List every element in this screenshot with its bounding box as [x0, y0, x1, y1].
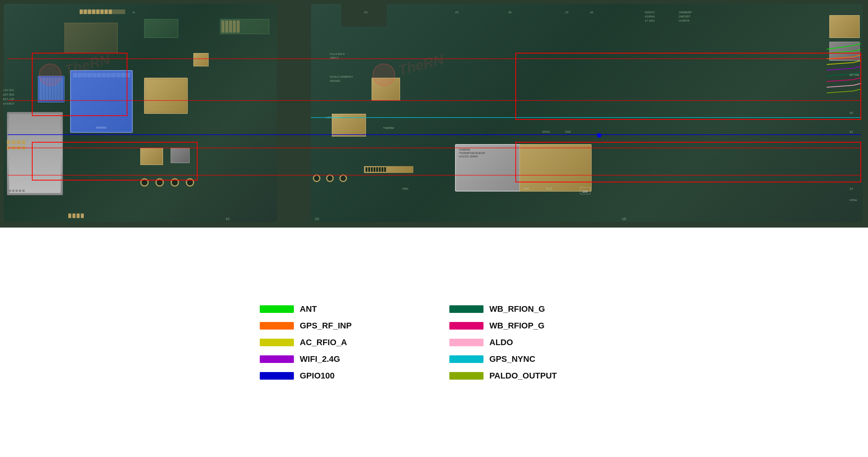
- connector-area-1: [64, 23, 118, 53]
- legend-grid: ANT WB_RFION_G GPS_RF_INP WB_RFIOP_G AC_…: [260, 304, 609, 381]
- legend-label-wb-rfiop-g: WB_RFIOP_G: [490, 321, 545, 331]
- board-container: A000001: [0, 0, 868, 228]
- legend-swatch-gpio100: [260, 372, 294, 380]
- legend-item-ac-rfio-a: AC_RFIO_A: [260, 338, 419, 347]
- solder-pad-r2: [326, 174, 334, 182]
- solder-pad-1: [140, 178, 149, 187]
- legend-swatch-wifi-2-4g: [260, 355, 294, 363]
- legend-item-wifi-2-4g: WIFI_2.4G: [260, 354, 419, 364]
- bottom-connector-left: [68, 214, 87, 218]
- solder-pad-4: [186, 178, 194, 187]
- soc-chip: A000001: [70, 70, 133, 133]
- connector-pads-left: [7, 140, 25, 149]
- solder-pad-r3: [339, 174, 347, 182]
- pcb-left-board: A000001: [4, 4, 277, 222]
- legend-area: ANT WB_RFION_G GPS_RF_INP WB_RFIOP_G AC_…: [0, 228, 868, 457]
- legend-item-paldo-output: PALDO_OUTPUT: [449, 371, 609, 381]
- legend-label-ant: ANT: [300, 304, 317, 314]
- solder-pad-3: [171, 178, 179, 187]
- legend-label-ac-rfio-a: AC_RFIO_A: [300, 338, 347, 347]
- legend-item-gpio100: GPIO100: [260, 371, 419, 381]
- component-chip-rl2: [372, 78, 400, 101]
- sim-card-tray: [7, 112, 63, 195]
- pcb-right-board: 1548RAE THGBMFG8C4LB41R UO2152 JAPAN LDM…: [311, 4, 863, 222]
- small-chip-1: [140, 148, 163, 165]
- main-blue-chip: [38, 76, 64, 102]
- legend-label-gps-rf-inp: GPS_RF_INP: [300, 321, 352, 331]
- legend-item-wb-rfion-g: WB_RFION_G: [449, 304, 609, 314]
- legend-swatch-gps-nync: [449, 355, 483, 363]
- ldm-label: LDM8663-4: [326, 116, 342, 119]
- legend-item-gps-rf-inp: GPS_RF_INP: [260, 321, 419, 331]
- legend-label-aldo: ALDO: [490, 338, 513, 347]
- small-chip-2: [171, 148, 190, 163]
- legend-label-gps-nync: GPS_NYNC: [490, 354, 535, 364]
- legend-swatch-ac-rfio-a: [260, 339, 294, 346]
- legend-label-paldo-output: PALDO_OUTPUT: [490, 371, 557, 381]
- legend-swatch-ant: [260, 305, 294, 313]
- small-chip-3: [193, 53, 209, 66]
- solder-pad-2: [155, 178, 164, 187]
- legend-item-aldo: ALDO: [449, 338, 609, 347]
- legend-item-gps-nync: GPS_NYNC: [449, 354, 609, 364]
- corner-chip-tr: [829, 15, 860, 38]
- top-connector: [80, 9, 125, 14]
- legend-swatch-gps-rf-inp: [260, 322, 294, 330]
- horizontal-connector: [364, 166, 413, 173]
- legend-label-gpio100: GPIO100: [300, 371, 335, 381]
- legend-swatch-wb-rfiop-g: [449, 322, 483, 330]
- legend-item-ant: ANT: [260, 304, 419, 314]
- camera-connector: [144, 19, 178, 38]
- baseband-chip: [520, 144, 592, 192]
- legend-item-wb-rfiop-g: WB_RFIOP_G: [449, 321, 609, 331]
- solder-pad-r1: [313, 174, 320, 182]
- legend-label-wb-rfion-g: WB_RFION_G: [490, 304, 545, 314]
- legend-swatch-paldo-output: [449, 372, 483, 380]
- corner-chip-r2: [829, 42, 860, 61]
- legend-label-wifi-2-4g: WIFI_2.4G: [300, 354, 340, 364]
- top-flat-connector: [220, 19, 269, 34]
- notch-right: [341, 4, 387, 27]
- legend-swatch-wb-rfion-g: [449, 305, 483, 313]
- legend-swatch-aldo: [449, 339, 483, 346]
- rf-module-chip: [144, 78, 188, 114]
